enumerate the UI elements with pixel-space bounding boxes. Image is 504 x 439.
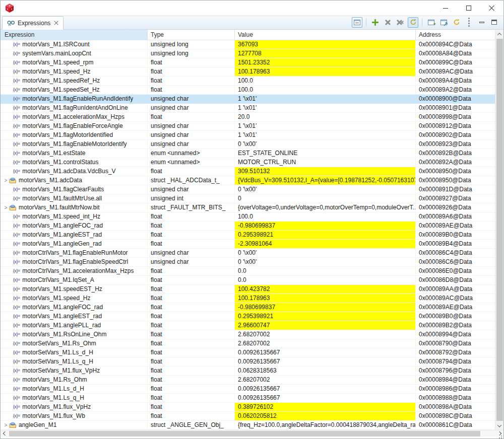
- expression-row[interactable]: > (x)= motorVars_M1.angleEST_rad float 0…: [1, 231, 495, 240]
- expression-value[interactable]: 2.68207002: [235, 376, 416, 384]
- expression-row[interactable]: > (x)= motorCtrlVars_M1.flagEnableRunMot…: [1, 249, 495, 258]
- expression-value[interactable]: 1277708: [235, 49, 416, 58]
- expression-cell[interactable]: > (x)= motorSetVars_M1.Rs_Ohm: [1, 339, 148, 348]
- expression-value[interactable]: 0.0628318563: [235, 367, 416, 375]
- maximize-view-icon[interactable]: [489, 17, 499, 28]
- expression-cell[interactable]: > (x)= motorVars_M1.estState: [1, 149, 148, 158]
- expression-cell[interactable]: > (x)= motorSetVars_M1.Ls_d_H: [1, 348, 148, 357]
- remove-all-expressions-icon[interactable]: [395, 17, 406, 28]
- expression-row[interactable]: > (x)= motorVars_M1.Ls_q_H float 0.00926…: [1, 394, 495, 403]
- expression-cell[interactable]: > (x)= motorVars_M1.angleFOC_rad: [1, 222, 148, 230]
- expression-row[interactable]: > (x)= motorVars_M1.ISRCount unsigned lo…: [1, 40, 495, 49]
- expression-value[interactable]: 367093: [235, 40, 416, 49]
- expression-cell[interactable]: > (x)= motorVars_M1.angleEST_rad: [1, 231, 148, 239]
- view-menu-icon[interactable]: [464, 17, 474, 28]
- expression-row[interactable]: > (x)= motorVars_M1.flagClearFaults unsi…: [1, 185, 495, 194]
- expression-value[interactable]: MOTOR_CTRL_RUN: [235, 158, 416, 167]
- expression-cell[interactable]: > (x)= motorCtrlVars_M1.accelerationMax_…: [1, 267, 148, 275]
- expression-cell[interactable]: > (x)= motorSetVars_M1.flux_VpHz: [1, 367, 148, 375]
- expression-value[interactable]: 0.00926135667: [235, 385, 416, 393]
- expression-value[interactable]: 0.389726102: [235, 403, 416, 411]
- expression-value[interactable]: 0 '\x00': [235, 140, 416, 149]
- expression-row[interactable]: > (x)= motorVars_M1.angleEST_rad float 0…: [1, 312, 495, 321]
- expression-cell[interactable]: > (x)= angleGen_M1: [1, 421, 148, 429]
- expression-cell[interactable]: > (x)= motorVars_M1.angleFOC_rad: [1, 303, 148, 312]
- expression-value[interactable]: 309.510132: [235, 167, 416, 176]
- expression-cell[interactable]: > (x)= motorVars_M1.flagMotorIdentified: [1, 131, 148, 139]
- column-header-type[interactable]: Type: [148, 30, 235, 40]
- column-header-value[interactable]: Value: [235, 30, 416, 40]
- expression-value[interactable]: {overVoltage=0,underVoltage=0,motorOverT…: [235, 203, 416, 212]
- expression-row[interactable]: > (x)= systemVars.mainLoopCnt unsigned l…: [1, 49, 495, 58]
- expression-cell[interactable]: > (x)= motorVars_M1.faultMtrNow.bit: [1, 203, 148, 212]
- expression-value[interactable]: 0.00926135667: [235, 394, 416, 402]
- expression-value[interactable]: 0.00926135667: [235, 348, 416, 357]
- expression-row[interactable]: > (x)= motorVars_M1.estState enum <unnam…: [1, 149, 495, 158]
- expression-row[interactable]: > (x)= motorVars_M1.speed_Hz float 100.1…: [1, 67, 495, 77]
- expression-value[interactable]: 0.0: [235, 276, 416, 284]
- expression-row[interactable]: > (x)= motorVars_M1.anglePLL_rad float 2…: [1, 321, 495, 330]
- expression-row[interactable]: > (x)= motorVars_M1.Rs_Ohm float 2.68207…: [1, 376, 495, 385]
- expression-value[interactable]: 0.0: [235, 267, 416, 275]
- expression-value[interactable]: {VdcBus_V=309.510132,I_A={value=[0.19878…: [235, 176, 416, 185]
- window-maximize-button[interactable]: [457, 1, 480, 16]
- expression-value[interactable]: 0: [235, 194, 416, 203]
- expression-row[interactable]: > (x)= motorVars_M1.flagEnableForceAngle…: [1, 122, 495, 131]
- expand-chevron-icon[interactable]: >: [3, 204, 9, 212]
- horizontal-scrollbar-track[interactable]: [9, 430, 495, 437]
- expand-chevron-icon[interactable]: >: [3, 177, 9, 185]
- window-close-button[interactable]: [480, 1, 503, 16]
- expression-row[interactable]: > (x)= motorVars_M1.angleFOC_rad float -…: [1, 222, 495, 231]
- expression-value[interactable]: 0.295398921: [235, 312, 416, 321]
- expression-value[interactable]: 1 '\x01': [235, 131, 416, 139]
- collapse-all-icon[interactable]: [352, 17, 362, 28]
- expression-cell[interactable]: > (x)= motorVars_M1.Ls_q_H: [1, 394, 148, 402]
- expression-cell[interactable]: > (x)= motorVars_M1.flagEnableForceAngle: [1, 122, 148, 130]
- expression-value[interactable]: 0 '\x00': [235, 249, 416, 257]
- refresh-icon[interactable]: [408, 17, 418, 28]
- expression-cell[interactable]: > (x)= motorVars_M1.RsOnLine_Ohm: [1, 330, 148, 339]
- expression-cell[interactable]: > (x)= systemVars.mainLoopCnt: [1, 49, 148, 58]
- expression-value[interactable]: 100.0: [235, 86, 416, 94]
- expression-cell[interactable]: > (x)= motorCtrlVars_M1.IqSet_A: [1, 276, 148, 284]
- expression-cell[interactable]: > (x)= motorVars_M1.angleGen_rad: [1, 240, 148, 248]
- expression-cell[interactable]: > (x)= motorVars_M1.adcData: [1, 176, 148, 185]
- expression-value[interactable]: 100.178963: [235, 67, 416, 76]
- expression-cell[interactable]: > (x)= motorCtrlVars_M1.flagEnableSpeedC…: [1, 258, 148, 266]
- expression-cell[interactable]: > (x)= motorVars_M1.Rs_Ohm: [1, 376, 148, 384]
- expression-row[interactable]: > (x)= motorSetVars_M1.flux_VpHz float 0…: [1, 367, 495, 376]
- vertical-scrollbar-thumb[interactable]: [496, 39, 503, 421]
- expression-row[interactable]: > (x)= motorVars_M1.faultMtrUse.all unsi…: [1, 194, 495, 203]
- reevaluate-icon[interactable]: [451, 17, 462, 28]
- expression-value[interactable]: 100.178963: [235, 294, 416, 303]
- expression-cell[interactable]: > (x)= motorVars_M1.speed_Hz: [1, 67, 148, 76]
- expression-row[interactable]: > (x)= motorVars_M1.flagMotorIdentified …: [1, 131, 495, 140]
- vertical-scrollbar[interactable]: [495, 30, 503, 430]
- expression-cell[interactable]: > (x)= motorSetVars_M1.Ls_q_H: [1, 357, 148, 366]
- scroll-up-arrow[interactable]: [495, 30, 503, 38]
- scroll-down-arrow[interactable]: [495, 421, 503, 430]
- expression-cell[interactable]: > (x)= motorVars_M1.accelerationMax_Hzps: [1, 113, 148, 121]
- column-header-address[interactable]: Address: [416, 30, 495, 40]
- expression-value[interactable]: 0.295398921: [235, 231, 416, 239]
- expression-value[interactable]: EST_STATE_ONLINE: [235, 149, 416, 158]
- expression-row[interactable]: > (x)= motorVars_M1.Ls_d_H float 0.00926…: [1, 385, 495, 394]
- expression-row[interactable]: > (x)= motorVars_M1.accelerationMax_Hzps…: [1, 113, 495, 122]
- expression-row[interactable]: > (x)= motorVars_M1.angleFOC_rad float -…: [1, 303, 495, 312]
- expression-row[interactable]: > (x)= motorVars_M1.RsOnLine_Ohm float 2…: [1, 330, 495, 339]
- expression-value[interactable]: 2.96600747: [235, 321, 416, 330]
- expression-row[interactable]: > (x)= motorVars_M1.angleGen_rad float -…: [1, 240, 495, 249]
- expression-row[interactable]: > (x)= motorSetVars_M1.Rs_Ohm float 2.68…: [1, 339, 495, 348]
- expression-row[interactable]: > (x)= motorVars_M1.flagEnableMotorIdent…: [1, 140, 495, 149]
- expression-row[interactable]: > (x)= motorVars_M1.speedSet_Hz float 10…: [1, 86, 495, 95]
- expression-row[interactable]: > (x)= motorVars_M1.speed_int_Hz float 1…: [1, 212, 495, 222]
- tab-expressions[interactable]: x= Expressions: [2, 16, 64, 30]
- expression-cell[interactable]: > (x)= motorVars_M1.ISRCount: [1, 40, 148, 49]
- expression-value[interactable]: -0.980699837: [235, 303, 416, 312]
- expression-value[interactable]: 100.0: [235, 77, 416, 85]
- expression-value[interactable]: 100.0: [235, 212, 416, 221]
- scroll-left-arrow[interactable]: [1, 430, 9, 437]
- expression-cell[interactable]: > (x)= motorVars_M1.anglePLL_rad: [1, 321, 148, 330]
- expression-cell[interactable]: > (x)= motorVars_M1.speed_Hz: [1, 294, 148, 303]
- minimize-view-icon[interactable]: [476, 17, 487, 28]
